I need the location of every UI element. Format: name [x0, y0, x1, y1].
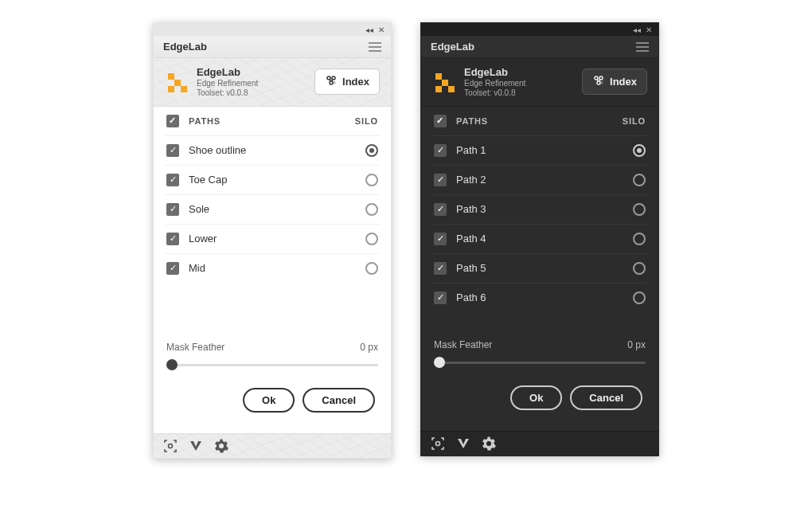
path-checkbox[interactable]	[166, 203, 179, 216]
svg-rect-10	[442, 80, 448, 86]
silo-radio[interactable]	[633, 174, 646, 186]
table-row: Shoe outline	[165, 136, 380, 166]
gear-icon[interactable]	[482, 436, 496, 451]
mask-feather-slider[interactable]	[434, 355, 646, 370]
path-name: Path 3	[456, 203, 623, 215]
silo-radio[interactable]	[633, 203, 646, 216]
collapse-icon[interactable]: ◂◂	[365, 25, 373, 34]
mask-feather-value: 0 px	[360, 342, 378, 353]
silo-radio[interactable]	[365, 233, 378, 245]
path-name: Path 5	[456, 262, 623, 274]
table-row: Path 1	[432, 136, 647, 166]
index-button[interactable]: Index	[582, 68, 647, 95]
brand-version: Toolset: v0.0.8	[464, 88, 525, 98]
table-row: Path 5	[432, 254, 647, 284]
table-row: Path 3	[432, 195, 647, 225]
silo-radio[interactable]	[365, 174, 378, 186]
path-checkbox[interactable]	[434, 233, 447, 245]
table-row: Path 4	[432, 225, 647, 254]
path-name: Mid	[189, 262, 356, 274]
close-icon[interactable]: ✕	[646, 25, 652, 34]
silo-radio[interactable]	[633, 144, 646, 157]
header: EdgeLab Edge Refinement Toolset: v0.0.8 …	[421, 58, 658, 107]
path-checkbox[interactable]	[434, 174, 447, 186]
index-button[interactable]: Index	[314, 68, 380, 95]
path-name: Toe Cap	[189, 174, 356, 186]
menu-icon[interactable]	[636, 42, 649, 52]
body: PATHS SILO Shoe outlineToe CapSoleLowerM…	[154, 107, 391, 433]
select-all-checkbox[interactable]	[434, 115, 447, 127]
select-all-checkbox[interactable]	[166, 115, 179, 127]
mask-feather-label: Mask Feather	[434, 339, 492, 350]
index-icon	[325, 74, 338, 89]
window-controls: ◂◂ ✕	[154, 23, 391, 36]
footer	[421, 431, 658, 456]
mask-feather-control: Mask Feather 0 px	[432, 328, 647, 374]
v-icon[interactable]	[456, 436, 470, 451]
cancel-button[interactable]: Cancel	[303, 388, 375, 413]
silo-radio[interactable]	[365, 203, 378, 216]
svg-point-6	[330, 81, 333, 84]
button-row: Ok Cancel	[432, 374, 647, 424]
button-row: Ok Cancel	[165, 377, 380, 427]
ok-button[interactable]: Ok	[510, 385, 562, 410]
focus-icon[interactable]	[163, 439, 178, 453]
svg-point-4	[327, 76, 330, 80]
index-label: Index	[610, 76, 637, 88]
close-icon[interactable]: ✕	[378, 25, 385, 34]
ok-button[interactable]: Ok	[243, 388, 295, 413]
svg-point-5	[332, 76, 335, 80]
path-checkbox[interactable]	[166, 144, 179, 157]
tab-title: EdgeLab	[431, 41, 474, 53]
column-paths: PATHS	[456, 116, 613, 126]
tab-title: EdgeLab	[163, 41, 207, 53]
brand: EdgeLab Edge Refinement Toolset: v0.0.8	[165, 66, 258, 98]
silo-radio[interactable]	[633, 262, 646, 275]
panel-light: ◂◂ ✕ EdgeLab EdgeLab Edge Refinement Too…	[153, 22, 392, 459]
path-checkbox[interactable]	[166, 174, 179, 186]
gear-icon[interactable]	[214, 439, 228, 453]
svg-rect-12	[448, 86, 455, 92]
path-name: Path 2	[456, 174, 623, 186]
brand-title: EdgeLab	[464, 66, 525, 79]
table-row: Toe Cap	[165, 166, 380, 195]
silo-radio[interactable]	[365, 262, 378, 275]
focus-icon[interactable]	[431, 436, 445, 451]
silo-radio[interactable]	[633, 291, 646, 304]
table-row: Lower	[165, 225, 380, 254]
collapse-icon[interactable]: ◂◂	[633, 25, 641, 34]
svg-rect-11	[435, 86, 442, 92]
mask-feather-slider[interactable]	[166, 358, 378, 372]
path-name: Sole	[189, 203, 356, 215]
table-header: PATHS SILO	[432, 107, 647, 136]
table-row: Path 6	[432, 284, 647, 312]
titlebar: EdgeLab	[421, 36, 658, 58]
svg-point-14	[599, 76, 603, 80]
path-list-light: Shoe outlineToe CapSoleLowerMid	[165, 136, 380, 283]
path-checkbox[interactable]	[434, 144, 447, 157]
path-checkbox[interactable]	[166, 262, 179, 275]
svg-point-17	[436, 441, 440, 445]
silo-radio[interactable]	[633, 233, 646, 245]
footer	[154, 433, 391, 458]
path-name: Path 4	[456, 233, 623, 244]
brand-version: Toolset: v0.0.8	[197, 88, 258, 98]
menu-icon[interactable]	[369, 42, 381, 52]
logo-icon	[165, 70, 189, 94]
brand: EdgeLab Edge Refinement Toolset: v0.0.8	[432, 66, 525, 98]
v-icon[interactable]	[189, 439, 203, 453]
path-checkbox[interactable]	[434, 291, 447, 304]
mask-feather-value: 0 px	[627, 339, 646, 350]
svg-point-15	[597, 81, 600, 84]
cancel-button[interactable]: Cancel	[570, 385, 642, 410]
table-row: Path 2	[432, 166, 647, 195]
table-row: Mid	[165, 254, 380, 283]
silo-radio[interactable]	[365, 144, 378, 157]
path-checkbox[interactable]	[434, 262, 447, 275]
mask-feather-control: Mask Feather 0 px	[165, 331, 380, 377]
path-checkbox[interactable]	[166, 233, 179, 245]
svg-rect-1	[174, 80, 181, 86]
path-checkbox[interactable]	[434, 203, 447, 216]
header: EdgeLab Edge Refinement Toolset: v0.0.8 …	[154, 58, 391, 107]
column-silo: SILO	[355, 116, 378, 126]
